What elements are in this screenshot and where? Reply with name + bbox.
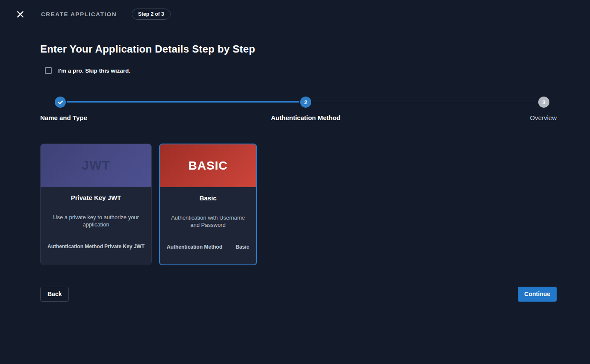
card-meta-row: Authentication Method Basic: [167, 244, 249, 250]
step-2-indicator-current: 2: [300, 97, 311, 108]
card-title: Private Key JWT: [47, 194, 145, 201]
card-meta-label: Authentication Method: [167, 244, 222, 250]
close-button[interactable]: [16, 10, 24, 18]
step-1-label: Name and Type: [40, 114, 87, 121]
card-description: Authentication with Username and Passwor…: [167, 214, 249, 229]
stepper-connector-upcoming: [312, 102, 537, 102]
card-body: Basic Authentication with Username and P…: [160, 187, 256, 250]
wizard-footer: Back Continue: [40, 287, 557, 302]
skip-wizard-label: I'm a pro. Skip this wizard.: [58, 68, 130, 74]
card-meta-row: Authentication Method Private Key JWT: [47, 244, 145, 250]
jwt-banner-text: JWT: [82, 158, 110, 173]
basic-banner: BASIC: [160, 144, 256, 187]
create-application-wizard: CREATE APPLICATION Step 2 of 3 Enter You…: [0, 0, 590, 302]
step-3-indicator-upcoming: 3: [538, 97, 549, 108]
wizard-title: CREATE APPLICATION: [41, 11, 117, 18]
page-title: Enter Your Application Details Step by S…: [40, 43, 557, 55]
card-body: Private Key JWT Use a private key to aut…: [41, 187, 151, 250]
skip-wizard-row[interactable]: I'm a pro. Skip this wizard.: [45, 67, 557, 74]
close-icon: [17, 11, 24, 18]
card-meta-label: Authentication Method: [47, 244, 103, 250]
step-1-indicator-completed: [55, 97, 66, 108]
stepper-connector-completed: [67, 101, 299, 103]
wizard-topbar: CREATE APPLICATION Step 2 of 3: [0, 0, 590, 28]
card-meta-value: Basic: [236, 244, 249, 250]
auth-method-card-list: JWT Private Key JWT Use a private key to…: [40, 144, 557, 265]
continue-button[interactable]: Continue: [518, 287, 557, 302]
auth-method-card-private-key-jwt[interactable]: JWT Private Key JWT Use a private key to…: [40, 144, 152, 265]
card-title: Basic: [167, 194, 249, 202]
auth-method-card-basic[interactable]: BASIC Basic Authentication with Username…: [159, 144, 257, 265]
check-icon: [58, 100, 63, 105]
step-2-label: Authentication Method: [271, 114, 340, 121]
jwt-banner: JWT: [41, 144, 151, 187]
basic-banner-text: BASIC: [188, 159, 227, 173]
stepper: 2 3 Name and Type Authentication Method …: [40, 97, 557, 122]
wizard-content: Enter Your Application Details Step by S…: [40, 43, 557, 302]
card-meta-value: Private Key JWT: [104, 244, 145, 250]
back-button[interactable]: Back: [40, 287, 69, 302]
card-description: Use a private key to authorize your appl…: [47, 214, 145, 228]
step-progress-badge: Step 2 of 3: [132, 9, 171, 20]
skip-wizard-checkbox[interactable]: [45, 67, 52, 74]
step-3-label: Overview: [530, 114, 557, 121]
